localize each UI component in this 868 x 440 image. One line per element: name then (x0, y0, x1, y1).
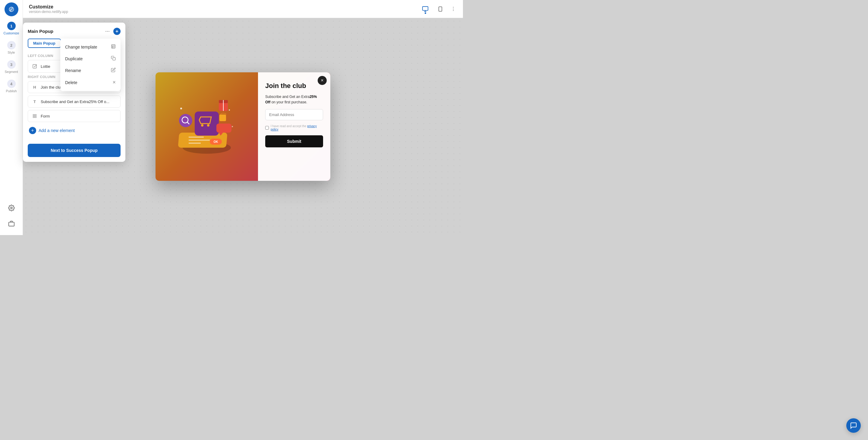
svg-rect-10 (33, 64, 36, 68)
sidebar: 1 Customize 2 Style 3 Segment 4 Publish (0, 0, 23, 235)
privacy-checkbox[interactable] (265, 126, 269, 130)
briefcase-button[interactable] (5, 217, 18, 230)
popup-title: Join the club (265, 82, 323, 90)
svg-point-41 (229, 109, 230, 111)
header-title: Customize (29, 4, 68, 10)
duplicate-icon (111, 56, 116, 61)
popup-card-title: Main Popup (28, 29, 53, 34)
svg-rect-2 (8, 222, 14, 226)
email-input[interactable] (265, 109, 323, 120)
step-circle-1: 1 (7, 22, 16, 30)
popup-card-actions: ··· (104, 27, 121, 35)
svg-point-34 (179, 114, 192, 127)
join-club-label: Join the club (41, 85, 63, 90)
svg-rect-20 (113, 58, 116, 60)
app-logo (4, 2, 19, 16)
svg-rect-15 (35, 116, 36, 118)
step-circle-2: 2 (7, 41, 16, 50)
popup-illustration-area: OK (156, 72, 258, 181)
sidebar-step-publish[interactable]: 4 Publish (0, 76, 23, 96)
rename-icon (111, 67, 116, 73)
popup-tab-main[interactable]: Main Popup (28, 38, 61, 48)
popup-subtitle: Subscribe and Get an Extra25% Off on you… (265, 94, 323, 105)
context-dropdown-menu: Change template Duplicate Rename Delete … (60, 38, 121, 91)
step-circle-3: 3 (7, 60, 16, 69)
svg-point-29 (201, 124, 204, 127)
sidebar-step-customize[interactable]: 1 Customize (0, 19, 23, 38)
header-info: Customize version-demo.netlify.app (29, 4, 68, 14)
settings-button[interactable] (5, 201, 18, 215)
dropdown-change-template[interactable]: Change template (60, 41, 121, 53)
delete-icon: × (113, 79, 116, 86)
svg-point-1 (10, 207, 12, 209)
add-element-icon: + (29, 127, 36, 134)
add-element-label: Add a new element (38, 128, 75, 133)
popup-add-button[interactable] (113, 28, 121, 35)
svg-rect-13 (35, 115, 36, 116)
popup-submit-button[interactable]: Submit (265, 135, 323, 147)
svg-rect-3 (423, 6, 428, 10)
form-icon (32, 113, 38, 119)
subscribe-label: Subscribe and Get an Extra25% Off o... (41, 99, 110, 104)
svg-point-40 (180, 107, 182, 109)
dropdown-delete[interactable]: Delete × (60, 76, 121, 89)
privacy-checkbox-row: I have read and accept the privacy polic… (265, 124, 323, 131)
popup-illustration-svg: OK (174, 93, 240, 160)
change-template-icon (111, 44, 116, 50)
svg-point-42 (232, 126, 233, 127)
popup-more-button[interactable]: ··· (104, 27, 111, 35)
next-to-success-popup-button[interactable]: Next to Success Popup (28, 144, 121, 157)
svg-rect-6 (439, 7, 442, 11)
svg-rect-37 (219, 115, 226, 121)
sidebar-step-segment[interactable]: 3 Segment (0, 57, 23, 76)
text-icon: T (32, 99, 38, 104)
header: Customize version-demo.netlify.app ⋮ (23, 0, 463, 18)
dropdown-rename[interactable]: Rename (60, 64, 121, 76)
sidebar-step-style[interactable]: 2 Style (0, 38, 23, 57)
element-form[interactable]: Form (28, 110, 121, 122)
mobile-view-button[interactable] (435, 3, 446, 15)
svg-rect-16 (112, 44, 115, 48)
dropdown-duplicate[interactable]: Duplicate (60, 53, 121, 64)
header-more-button[interactable]: ⋮ (450, 5, 457, 13)
form-label: Form (41, 114, 50, 119)
add-element-button[interactable]: + Add a new element (28, 124, 121, 136)
header-subtitle: version-demo.netlify.app (29, 10, 68, 14)
element-subscribe[interactable]: T Subscribe and Get an Extra25% Off o... (28, 96, 121, 107)
svg-rect-12 (33, 115, 34, 116)
svg-point-30 (207, 124, 210, 127)
popup-close-button[interactable]: × (318, 76, 327, 85)
header-device-switcher: ⋮ (420, 3, 457, 15)
svg-rect-38 (216, 124, 231, 133)
step-circle-4: 4 (7, 80, 16, 88)
popup-form-area: Join the club Subscribe and Get an Extra… (258, 72, 330, 181)
lottie-icon (32, 63, 38, 69)
heading-icon: H (32, 84, 38, 90)
popup-preview: × OK (156, 72, 330, 181)
svg-text:OK: OK (214, 140, 218, 144)
popup-card-header: Main Popup ··· (28, 27, 121, 35)
desktop-view-button[interactable] (420, 3, 431, 15)
lottie-label: Lottie (41, 64, 50, 69)
svg-rect-14 (33, 116, 34, 118)
